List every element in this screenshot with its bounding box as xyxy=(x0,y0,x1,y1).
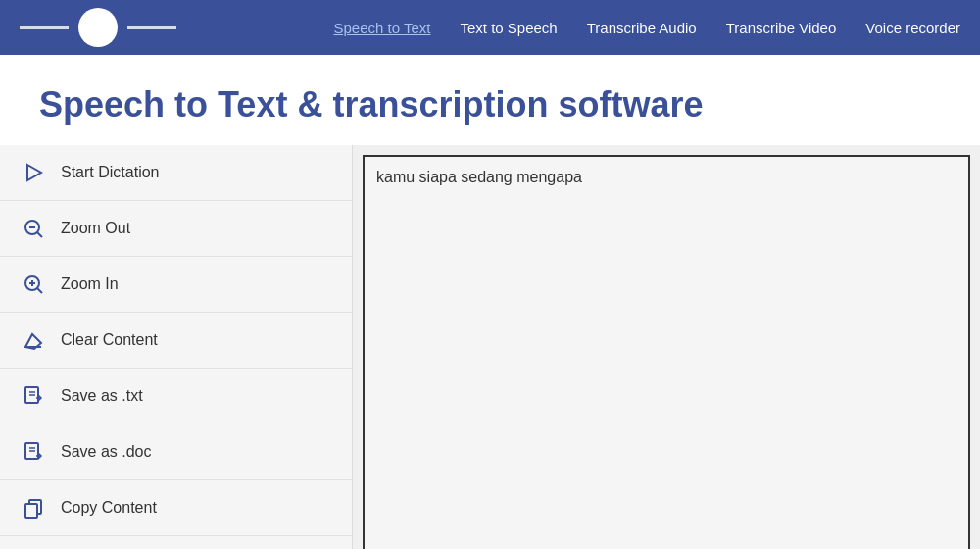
sidebar-item-zoom-out[interactable]: Zoom Out xyxy=(0,201,352,257)
zoom-in-icon xyxy=(20,271,47,298)
page-title: Speech to Text & transcription software xyxy=(39,84,941,125)
page-title-section: Speech to Text & transcription software xyxy=(0,55,980,145)
nav-speech-to-text[interactable]: Speech to Text xyxy=(334,20,431,36)
eraser-icon xyxy=(20,326,47,354)
sidebar-item-zoom-in[interactable]: Zoom In xyxy=(0,257,352,313)
text-editor[interactable] xyxy=(363,155,970,549)
copy-content-label: Copy Content xyxy=(61,499,157,517)
clear-content-label: Clear Content xyxy=(61,331,158,349)
logo-line-right xyxy=(127,26,176,29)
sidebar-item-start-dictation[interactable]: Start Dictation xyxy=(0,145,352,201)
content-area xyxy=(353,145,980,549)
svg-marker-0 xyxy=(27,165,41,180)
svg-rect-19 xyxy=(25,504,37,518)
play-icon xyxy=(20,159,47,186)
header: Speech to Text Text to Speech Transcribe… xyxy=(0,0,980,55)
svg-line-7 xyxy=(37,288,42,293)
nav-transcribe-audio[interactable]: Transcribe Audio xyxy=(587,20,697,36)
logo-circle xyxy=(78,8,118,47)
sidebar-item-save-txt[interactable]: Save as .txt xyxy=(0,369,352,424)
sidebar-item-save-doc[interactable]: Save as .doc xyxy=(0,424,352,480)
sidebar-item-copy-content[interactable]: Copy Content xyxy=(0,480,352,536)
save-doc-label: Save as .doc xyxy=(61,443,152,461)
copy-icon xyxy=(20,494,47,522)
main-layout: Start Dictation Zoom Out xyxy=(0,145,980,549)
sidebar: Start Dictation Zoom Out xyxy=(0,145,353,549)
save-doc-icon xyxy=(20,438,47,466)
main-nav: Speech to Text Text to Speech Transcribe… xyxy=(334,20,961,36)
zoom-in-label: Zoom In xyxy=(61,275,119,293)
zoom-out-icon xyxy=(20,215,47,242)
save-txt-icon xyxy=(20,382,47,410)
nav-transcribe-video[interactable]: Transcribe Video xyxy=(726,20,837,36)
svg-line-3 xyxy=(37,232,42,237)
save-txt-label: Save as .txt xyxy=(61,387,143,405)
nav-text-to-speech[interactable]: Text to Speech xyxy=(460,20,557,36)
logo-area xyxy=(20,8,176,47)
start-dictation-label: Start Dictation xyxy=(61,164,159,181)
nav-voice-recorder[interactable]: Voice recorder xyxy=(865,20,960,36)
sidebar-item-clear-content[interactable]: Clear Content xyxy=(0,313,352,369)
sidebar-item-print-content[interactable]: Print Content xyxy=(0,536,352,549)
zoom-out-label: Zoom Out xyxy=(61,220,130,237)
logo-line-left xyxy=(20,26,69,29)
